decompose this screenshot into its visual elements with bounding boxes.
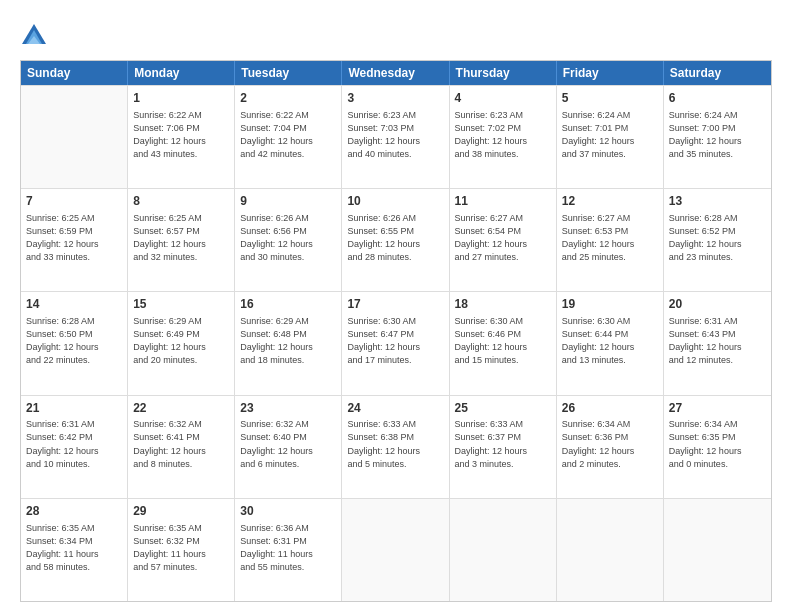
cell-text: Sunrise: 6:31 AMSunset: 6:43 PMDaylight:… xyxy=(669,315,766,367)
calendar-header: SundayMondayTuesdayWednesdayThursdayFrid… xyxy=(21,61,771,85)
day-number: 9 xyxy=(240,193,336,210)
cell-text: Sunrise: 6:34 AMSunset: 6:36 PMDaylight:… xyxy=(562,418,658,470)
cell-text: Sunrise: 6:28 AMSunset: 6:50 PMDaylight:… xyxy=(26,315,122,367)
day-number: 10 xyxy=(347,193,443,210)
cell-text: Sunrise: 6:30 AMSunset: 6:46 PMDaylight:… xyxy=(455,315,551,367)
cell-text: Sunrise: 6:25 AMSunset: 6:59 PMDaylight:… xyxy=(26,212,122,264)
header-day-saturday: Saturday xyxy=(664,61,771,85)
day-number: 24 xyxy=(347,400,443,417)
calendar-cell: 11Sunrise: 6:27 AMSunset: 6:54 PMDayligh… xyxy=(450,189,557,291)
calendar-cell: 5Sunrise: 6:24 AMSunset: 7:01 PMDaylight… xyxy=(557,86,664,188)
header-day-monday: Monday xyxy=(128,61,235,85)
calendar-cell: 21Sunrise: 6:31 AMSunset: 6:42 PMDayligh… xyxy=(21,396,128,498)
day-number: 21 xyxy=(26,400,122,417)
calendar-cell: 8Sunrise: 6:25 AMSunset: 6:57 PMDaylight… xyxy=(128,189,235,291)
calendar-cell xyxy=(450,499,557,601)
calendar-body: 1Sunrise: 6:22 AMSunset: 7:06 PMDaylight… xyxy=(21,85,771,601)
cell-text: Sunrise: 6:33 AMSunset: 6:38 PMDaylight:… xyxy=(347,418,443,470)
day-number: 15 xyxy=(133,296,229,313)
day-number: 4 xyxy=(455,90,551,107)
calendar-cell: 9Sunrise: 6:26 AMSunset: 6:56 PMDaylight… xyxy=(235,189,342,291)
calendar-cell: 23Sunrise: 6:32 AMSunset: 6:40 PMDayligh… xyxy=(235,396,342,498)
day-number: 8 xyxy=(133,193,229,210)
calendar-cell: 27Sunrise: 6:34 AMSunset: 6:35 PMDayligh… xyxy=(664,396,771,498)
day-number: 1 xyxy=(133,90,229,107)
day-number: 6 xyxy=(669,90,766,107)
calendar-cell: 2Sunrise: 6:22 AMSunset: 7:04 PMDaylight… xyxy=(235,86,342,188)
cell-text: Sunrise: 6:31 AMSunset: 6:42 PMDaylight:… xyxy=(26,418,122,470)
cell-text: Sunrise: 6:27 AMSunset: 6:54 PMDaylight:… xyxy=(455,212,551,264)
cell-text: Sunrise: 6:29 AMSunset: 6:49 PMDaylight:… xyxy=(133,315,229,367)
calendar-cell: 28Sunrise: 6:35 AMSunset: 6:34 PMDayligh… xyxy=(21,499,128,601)
calendar-row-0: 1Sunrise: 6:22 AMSunset: 7:06 PMDaylight… xyxy=(21,85,771,188)
calendar-cell xyxy=(342,499,449,601)
cell-text: Sunrise: 6:35 AMSunset: 6:34 PMDaylight:… xyxy=(26,522,122,574)
calendar-cell: 30Sunrise: 6:36 AMSunset: 6:31 PMDayligh… xyxy=(235,499,342,601)
day-number: 12 xyxy=(562,193,658,210)
header-day-friday: Friday xyxy=(557,61,664,85)
cell-text: Sunrise: 6:23 AMSunset: 7:03 PMDaylight:… xyxy=(347,109,443,161)
logo xyxy=(20,22,52,50)
day-number: 28 xyxy=(26,503,122,520)
calendar-cell xyxy=(664,499,771,601)
day-number: 23 xyxy=(240,400,336,417)
cell-text: Sunrise: 6:24 AMSunset: 7:01 PMDaylight:… xyxy=(562,109,658,161)
calendar-cell xyxy=(21,86,128,188)
day-number: 11 xyxy=(455,193,551,210)
cell-text: Sunrise: 6:34 AMSunset: 6:35 PMDaylight:… xyxy=(669,418,766,470)
calendar-cell: 15Sunrise: 6:29 AMSunset: 6:49 PMDayligh… xyxy=(128,292,235,394)
header-day-tuesday: Tuesday xyxy=(235,61,342,85)
day-number: 26 xyxy=(562,400,658,417)
cell-text: Sunrise: 6:24 AMSunset: 7:00 PMDaylight:… xyxy=(669,109,766,161)
cell-text: Sunrise: 6:23 AMSunset: 7:02 PMDaylight:… xyxy=(455,109,551,161)
cell-text: Sunrise: 6:29 AMSunset: 6:48 PMDaylight:… xyxy=(240,315,336,367)
calendar-cell: 26Sunrise: 6:34 AMSunset: 6:36 PMDayligh… xyxy=(557,396,664,498)
calendar-cell: 14Sunrise: 6:28 AMSunset: 6:50 PMDayligh… xyxy=(21,292,128,394)
calendar-row-2: 14Sunrise: 6:28 AMSunset: 6:50 PMDayligh… xyxy=(21,291,771,394)
calendar-row-4: 28Sunrise: 6:35 AMSunset: 6:34 PMDayligh… xyxy=(21,498,771,601)
header-day-wednesday: Wednesday xyxy=(342,61,449,85)
cell-text: Sunrise: 6:32 AMSunset: 6:40 PMDaylight:… xyxy=(240,418,336,470)
day-number: 3 xyxy=(347,90,443,107)
day-number: 27 xyxy=(669,400,766,417)
calendar-row-3: 21Sunrise: 6:31 AMSunset: 6:42 PMDayligh… xyxy=(21,395,771,498)
calendar-cell: 24Sunrise: 6:33 AMSunset: 6:38 PMDayligh… xyxy=(342,396,449,498)
cell-text: Sunrise: 6:25 AMSunset: 6:57 PMDaylight:… xyxy=(133,212,229,264)
header xyxy=(20,18,772,50)
day-number: 20 xyxy=(669,296,766,313)
calendar-cell: 13Sunrise: 6:28 AMSunset: 6:52 PMDayligh… xyxy=(664,189,771,291)
calendar-cell: 3Sunrise: 6:23 AMSunset: 7:03 PMDaylight… xyxy=(342,86,449,188)
day-number: 30 xyxy=(240,503,336,520)
cell-text: Sunrise: 6:36 AMSunset: 6:31 PMDaylight:… xyxy=(240,522,336,574)
calendar-cell: 22Sunrise: 6:32 AMSunset: 6:41 PMDayligh… xyxy=(128,396,235,498)
cell-text: Sunrise: 6:26 AMSunset: 6:56 PMDaylight:… xyxy=(240,212,336,264)
calendar-cell: 4Sunrise: 6:23 AMSunset: 7:02 PMDaylight… xyxy=(450,86,557,188)
calendar-cell: 1Sunrise: 6:22 AMSunset: 7:06 PMDaylight… xyxy=(128,86,235,188)
calendar-row-1: 7Sunrise: 6:25 AMSunset: 6:59 PMDaylight… xyxy=(21,188,771,291)
cell-text: Sunrise: 6:33 AMSunset: 6:37 PMDaylight:… xyxy=(455,418,551,470)
day-number: 13 xyxy=(669,193,766,210)
calendar-cell: 12Sunrise: 6:27 AMSunset: 6:53 PMDayligh… xyxy=(557,189,664,291)
cell-text: Sunrise: 6:22 AMSunset: 7:06 PMDaylight:… xyxy=(133,109,229,161)
page: SundayMondayTuesdayWednesdayThursdayFrid… xyxy=(0,0,792,612)
day-number: 2 xyxy=(240,90,336,107)
calendar-cell: 10Sunrise: 6:26 AMSunset: 6:55 PMDayligh… xyxy=(342,189,449,291)
cell-text: Sunrise: 6:30 AMSunset: 6:44 PMDaylight:… xyxy=(562,315,658,367)
calendar-cell: 7Sunrise: 6:25 AMSunset: 6:59 PMDaylight… xyxy=(21,189,128,291)
calendar-cell: 20Sunrise: 6:31 AMSunset: 6:43 PMDayligh… xyxy=(664,292,771,394)
cell-text: Sunrise: 6:32 AMSunset: 6:41 PMDaylight:… xyxy=(133,418,229,470)
day-number: 5 xyxy=(562,90,658,107)
calendar-cell: 17Sunrise: 6:30 AMSunset: 6:47 PMDayligh… xyxy=(342,292,449,394)
day-number: 16 xyxy=(240,296,336,313)
header-day-thursday: Thursday xyxy=(450,61,557,85)
day-number: 7 xyxy=(26,193,122,210)
day-number: 29 xyxy=(133,503,229,520)
calendar-cell xyxy=(557,499,664,601)
calendar-cell: 6Sunrise: 6:24 AMSunset: 7:00 PMDaylight… xyxy=(664,86,771,188)
calendar-cell: 16Sunrise: 6:29 AMSunset: 6:48 PMDayligh… xyxy=(235,292,342,394)
day-number: 25 xyxy=(455,400,551,417)
calendar-cell: 25Sunrise: 6:33 AMSunset: 6:37 PMDayligh… xyxy=(450,396,557,498)
day-number: 19 xyxy=(562,296,658,313)
header-day-sunday: Sunday xyxy=(21,61,128,85)
cell-text: Sunrise: 6:27 AMSunset: 6:53 PMDaylight:… xyxy=(562,212,658,264)
